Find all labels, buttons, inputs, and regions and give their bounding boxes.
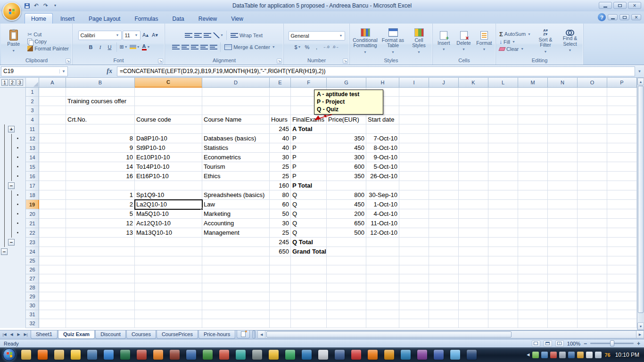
cell-P3[interactable]	[607, 106, 637, 115]
cell-E12[interactable]: 40	[270, 134, 291, 143]
cell-L30[interactable]	[488, 301, 518, 310]
tab-home[interactable]: Home	[25, 13, 53, 24]
cell-styles-button[interactable]: Cell Styles▼	[408, 27, 430, 56]
sheet-tab-courseprices[interactable]: CoursePrices	[157, 330, 198, 339]
horizontal-scrollbar[interactable]: ◀ ▶	[257, 330, 644, 338]
number-format-select[interactable]: General▼	[289, 31, 345, 41]
volume-icon[interactable]	[586, 352, 593, 358]
cell-A4[interactable]	[39, 115, 66, 124]
cell-N31[interactable]	[548, 310, 578, 319]
tray-icon[interactable]	[577, 352, 584, 358]
cell-E32[interactable]	[270, 319, 291, 328]
cell-B24[interactable]	[66, 247, 135, 256]
row-header-12[interactable]: 12	[26, 134, 39, 143]
column-header-P[interactable]: P	[607, 78, 637, 88]
cell-F27[interactable]	[291, 274, 327, 283]
cell-H20[interactable]: 4-Oct-10	[366, 209, 399, 219]
cell-H13[interactable]: 8-Oct-10	[366, 143, 399, 153]
cell-L23[interactable]	[488, 238, 518, 247]
clear-button[interactable]: Clear▼	[498, 46, 532, 52]
insert-worksheet-button[interactable]	[237, 330, 250, 338]
cell-G21[interactable]: 650	[327, 219, 366, 228]
cell-O16[interactable]	[578, 172, 607, 181]
cell-I13[interactable]	[399, 143, 429, 153]
cell-I19[interactable]	[399, 200, 429, 209]
cell-E19[interactable]: 60	[270, 200, 291, 209]
cell-J28[interactable]	[429, 283, 459, 292]
row-header-30[interactable]: 30	[26, 301, 39, 310]
cell-N28[interactable]	[548, 283, 578, 292]
cell-C29[interactable]	[135, 292, 202, 301]
cell-A29[interactable]	[39, 292, 66, 301]
sheet-tab-sheet1[interactable]: Sheet1	[31, 330, 58, 339]
column-header-J[interactable]: J	[429, 78, 459, 88]
cell-B4[interactable]: Crt.No.	[66, 115, 135, 124]
cell-F12[interactable]: P	[291, 134, 327, 143]
cell-N15[interactable]	[548, 162, 578, 172]
cell-J18[interactable]	[429, 190, 459, 200]
cell-C22[interactable]: Ma13Q10-10	[135, 228, 202, 238]
cell-L12[interactable]	[488, 134, 518, 143]
cell-B28[interactable]	[66, 283, 135, 292]
app-icon[interactable]	[450, 350, 460, 360]
bold-button[interactable]: B	[87, 43, 95, 51]
cell-O14[interactable]	[578, 153, 607, 162]
taskbar-clock[interactable]: 10:10 PM	[615, 352, 639, 358]
align-center-button[interactable]	[181, 43, 190, 51]
cell-P23[interactable]	[607, 238, 637, 247]
shrink-font-button[interactable]: A▾	[151, 31, 159, 40]
outline-level-2-button[interactable]: 2	[9, 79, 16, 86]
cell-K24[interactable]	[459, 247, 488, 256]
cell-D18[interactable]: Spreadsheets (basics)	[202, 190, 270, 200]
cell-D15[interactable]: Tourism	[202, 162, 270, 172]
cell-B18[interactable]: 1	[66, 190, 135, 200]
cell-L26[interactable]	[488, 265, 518, 274]
cell-F29[interactable]	[291, 292, 327, 301]
cell-K28[interactable]	[459, 283, 488, 292]
network-icon[interactable]	[595, 352, 602, 358]
cell-O13[interactable]	[578, 143, 607, 153]
cell-E27[interactable]	[270, 274, 291, 283]
firefox-icon[interactable]	[38, 350, 48, 360]
tab-data[interactable]: Data	[165, 13, 190, 24]
name-box-dropdown-icon[interactable]: ▼	[59, 69, 66, 74]
cell-H26[interactable]	[366, 265, 399, 274]
cell-J2[interactable]	[429, 97, 459, 106]
cell-F31[interactable]	[291, 310, 327, 319]
font-dialog-launcher[interactable]: ↘	[158, 58, 163, 64]
cell-O31[interactable]	[578, 310, 607, 319]
tab-split-handle[interactable]	[252, 330, 256, 338]
cell-I21[interactable]	[399, 219, 429, 228]
insert-function-button[interactable]: fx	[107, 67, 112, 75]
cell-E22[interactable]: 25	[270, 228, 291, 238]
format-cells-button[interactable]: Format▼	[475, 30, 494, 53]
app-icon[interactable]	[153, 350, 163, 360]
cell-C24[interactable]	[135, 247, 202, 256]
cell-F16[interactable]: P	[291, 172, 327, 181]
cell-K12[interactable]	[459, 134, 488, 143]
cell-M28[interactable]	[518, 283, 548, 292]
outline-level-3-button[interactable]: 3	[17, 79, 23, 86]
cell-M19[interactable]	[518, 200, 548, 209]
autosum-button[interactable]: ΣAutoSum▼	[498, 30, 532, 38]
normal-view-button[interactable]	[532, 340, 540, 347]
app-icon[interactable]	[351, 350, 361, 360]
cell-O12[interactable]	[578, 134, 607, 143]
cell-B1[interactable]	[66, 88, 135, 97]
column-header-O[interactable]: O	[578, 78, 607, 88]
cell-H27[interactable]	[366, 274, 399, 283]
cell-C15[interactable]: To14P10-10	[135, 162, 202, 172]
cell-E14[interactable]: 30	[270, 153, 291, 162]
cell-P1[interactable]	[607, 88, 637, 97]
cell-C13[interactable]: St9P10-10	[135, 143, 202, 153]
cell-C30[interactable]	[135, 301, 202, 310]
cell-B2[interactable]: Training courses offer	[66, 97, 135, 106]
row-header-31[interactable]: 31	[26, 310, 39, 319]
cell-L24[interactable]	[488, 247, 518, 256]
cell-L14[interactable]	[488, 153, 518, 162]
cell-K4[interactable]	[459, 115, 488, 124]
cell-L32[interactable]	[488, 319, 518, 328]
cell-L16[interactable]	[488, 172, 518, 181]
cell-B15[interactable]: 14	[66, 162, 135, 172]
cell-K19[interactable]	[459, 200, 488, 209]
